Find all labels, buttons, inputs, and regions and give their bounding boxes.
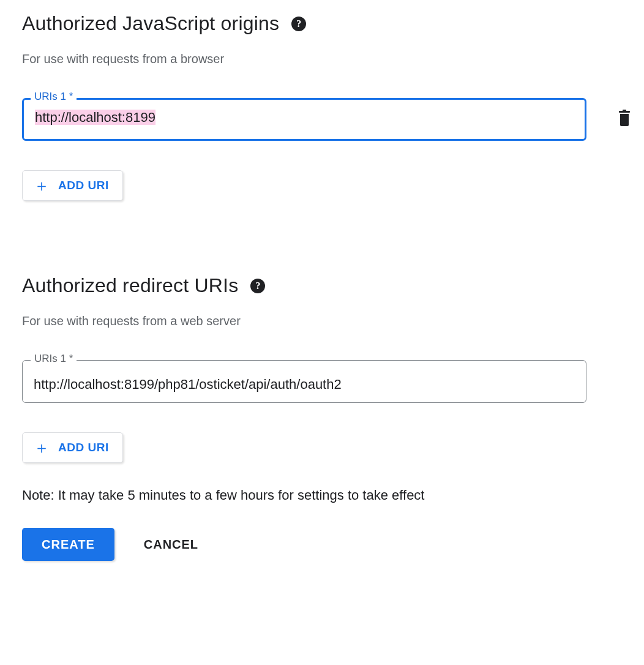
js-origins-title: Authorized JavaScript origins [22,12,279,35]
help-icon[interactable]: ? [250,279,265,293]
add-uri-label: ADD URI [58,179,109,192]
plus-icon: ＋ [34,440,50,456]
settings-note: Note: It may take 5 minutes to a few hou… [22,487,622,503]
uri-field-wrap: URIs 1 * http://localhost:8199 [22,98,586,141]
js-origins-subtitle: For use with requests from a browser [22,52,622,66]
help-icon[interactable]: ? [291,17,306,31]
js-uri-input[interactable]: http://localhost:8199 [22,98,586,141]
add-uri-button[interactable]: ＋ ADD URI [22,432,123,463]
cancel-button[interactable]: CANCEL [144,538,198,552]
add-uri-label: ADD URI [58,441,109,454]
add-uri-button[interactable]: ＋ ADD URI [22,170,123,201]
js-origins-section: Authorized JavaScript origins ? For use … [22,12,622,201]
uri-label: URIs 1 * [31,353,77,365]
svg-rect-1 [623,110,626,111]
uri-field-wrap: URIs 1 * [22,360,586,403]
redirect-uri-input[interactable] [22,360,586,403]
section-header: Authorized redirect URIs ? [22,274,622,297]
delete-icon[interactable] [617,110,632,129]
create-button[interactable]: CREATE [22,528,114,561]
redirect-uris-section: Authorized redirect URIs ? For use with … [22,274,622,463]
plus-icon: ＋ [34,178,50,193]
uri-label: URIs 1 * [31,91,77,103]
action-buttons: CREATE CANCEL [22,528,622,561]
redirect-uris-subtitle: For use with requests from a web server [22,314,622,328]
uri-field-row: URIs 1 * [22,360,622,403]
redirect-uris-title: Authorized redirect URIs [22,274,238,297]
input-value-highlighted: http://localhost:8199 [35,110,155,125]
section-header: Authorized JavaScript origins ? [22,12,622,35]
uri-field-row: URIs 1 * http://localhost:8199 [22,98,622,141]
